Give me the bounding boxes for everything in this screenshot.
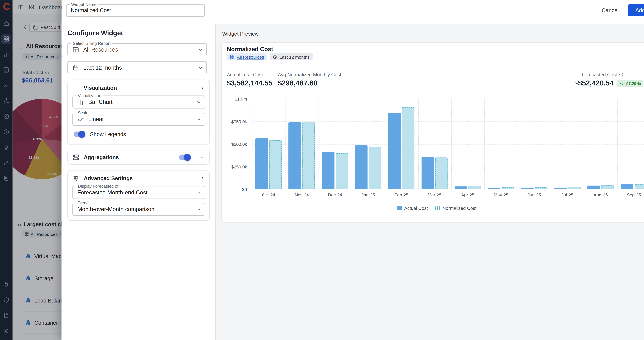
normalized-cost-bar[interactable] bbox=[535, 187, 548, 189]
forecast-label: Forecasted Cost bbox=[582, 72, 624, 77]
chevron-down-icon bbox=[198, 65, 204, 71]
actual-cost-bar[interactable] bbox=[256, 138, 268, 189]
grid-icon bbox=[230, 54, 235, 59]
preview-card: Normalized Cost All ResourcesLast 12 mon… bbox=[222, 42, 644, 222]
preview-chips: All ResourcesLast 12 months bbox=[227, 53, 312, 60]
actual-cost-bar[interactable] bbox=[588, 186, 600, 189]
chevron-right-icon bbox=[199, 175, 206, 181]
normalized-cost-bar[interactable] bbox=[369, 147, 382, 189]
x-tick-label: Jul-25 bbox=[551, 192, 584, 197]
info-icon[interactable] bbox=[619, 72, 624, 77]
x-tick-label: Mar-25 bbox=[418, 192, 451, 197]
y-tick-label: $750.0k bbox=[231, 119, 247, 124]
normalized-cost-bar[interactable] bbox=[468, 186, 481, 189]
normalized-cost-bar[interactable] bbox=[336, 153, 348, 189]
bar-group bbox=[451, 99, 484, 189]
add-button[interactable]: Add bbox=[628, 4, 644, 16]
stat-value: $298,487.60 bbox=[278, 79, 341, 88]
forecast-delta-value: -97.20 % bbox=[625, 81, 641, 86]
bar-chart-icon bbox=[78, 99, 84, 105]
actual-cost-bar[interactable] bbox=[621, 184, 633, 189]
legend-marker bbox=[397, 206, 402, 210]
configure-widget-title: Configure Widget bbox=[67, 29, 123, 37]
advanced-settings-header[interactable]: Advanced Settings bbox=[72, 174, 206, 182]
forecast-display-select[interactable]: Display Forecasted of Forecasted Month-e… bbox=[72, 186, 205, 199]
aggregations-section: Aggregations bbox=[67, 149, 210, 165]
visualization-section-header[interactable]: Visualization bbox=[72, 83, 206, 92]
normalized-cost-bar[interactable] bbox=[269, 140, 282, 189]
cancel-button[interactable]: Cancel bbox=[598, 5, 623, 16]
visualization-type-value: Bar Chart bbox=[88, 99, 112, 105]
visualization-type-label: Visualization bbox=[76, 93, 103, 98]
chevron-down-icon bbox=[198, 47, 204, 53]
bar-chart bbox=[252, 99, 644, 189]
x-tick-label: Oct-24 bbox=[252, 192, 285, 197]
actual-cost-bar[interactable] bbox=[322, 152, 334, 189]
normalized-cost-bar[interactable] bbox=[435, 158, 448, 189]
bar-group bbox=[385, 99, 418, 189]
stat-label: Actual Total Cost bbox=[227, 72, 272, 77]
preview-chip-daterange[interactable]: Last 12 months bbox=[270, 53, 312, 60]
normalized-cost-bar[interactable] bbox=[568, 187, 581, 189]
chevron-down-icon bbox=[196, 99, 202, 105]
scale-value: Linear bbox=[88, 116, 104, 122]
calendar-icon bbox=[72, 64, 79, 71]
show-legends-label: Show Legends bbox=[90, 131, 126, 137]
date-range-value: Last 12 months bbox=[83, 65, 122, 71]
aggregations-toggle[interactable] bbox=[179, 154, 190, 160]
screen: Dashboard Past 30 d All Resources All Re… bbox=[0, 0, 644, 340]
widget-name-field: Widget Name bbox=[66, 4, 205, 17]
bar-group bbox=[252, 99, 285, 189]
x-tick-label: Jan-25 bbox=[352, 192, 385, 197]
scale-select[interactable]: Scale Linear bbox=[72, 113, 205, 126]
normalized-cost-bar[interactable] bbox=[302, 122, 315, 189]
chart-legend: Actual CostNormalized Cost bbox=[222, 206, 644, 211]
actual-cost-bar[interactable] bbox=[422, 157, 434, 189]
stat-value: $3,582,144.55 bbox=[227, 79, 272, 88]
actual-cost-bar[interactable] bbox=[521, 188, 534, 189]
actual-cost-bar[interactable] bbox=[388, 113, 401, 189]
legend-label: Normalized Cost bbox=[442, 206, 476, 211]
x-tick-label: Dec-24 bbox=[318, 192, 352, 197]
x-tick-label: Apr-25 bbox=[451, 192, 484, 197]
x-tick-label: Feb-25 bbox=[385, 192, 418, 197]
bar-group bbox=[418, 99, 451, 189]
actual-cost-bar[interactable] bbox=[289, 122, 301, 189]
x-tick-label: May-25 bbox=[484, 192, 518, 197]
show-legends-toggle[interactable] bbox=[74, 132, 84, 137]
normalized-cost-bar[interactable] bbox=[502, 187, 514, 189]
preview-stats: Actual Total Cost$3,582,144.55Avg Normal… bbox=[227, 72, 341, 88]
normalized-cost-bar[interactable] bbox=[634, 184, 644, 189]
date-range-select[interactable]: Last 12 months bbox=[67, 61, 207, 74]
visualization-type-select[interactable]: Visualization Bar Chart bbox=[72, 96, 205, 109]
visualization-section: Visualization Visualization Bar Chart Sc… bbox=[67, 80, 210, 145]
aggregations-section-header[interactable]: Aggregations bbox=[72, 153, 206, 161]
legend-item-normalized[interactable]: Normalized Cost bbox=[435, 206, 476, 211]
aggregations-section-title: Aggregations bbox=[84, 154, 119, 160]
configure-panel: Configure Widget Select Billing Report A… bbox=[62, 21, 215, 340]
trend-select[interactable]: Trend Month-over-Month comparison bbox=[72, 203, 205, 216]
x-tick-label: Nov-24 bbox=[285, 192, 318, 197]
normalized-cost-bar[interactable] bbox=[601, 185, 614, 189]
actual-cost-bar[interactable] bbox=[554, 188, 567, 189]
billing-report-select[interactable]: Select Billing Report All Resources bbox=[67, 43, 207, 56]
forecast-block: Forecasted Cost ~$52,420.54 -97.20 % bbox=[574, 72, 643, 88]
y-tick-label: $1.0m bbox=[235, 96, 247, 101]
bar-group bbox=[617, 99, 644, 189]
legend-marker bbox=[435, 206, 440, 210]
normalized-cost-bar[interactable] bbox=[402, 107, 415, 189]
table-icon bbox=[72, 46, 79, 53]
actual-cost-bar[interactable] bbox=[488, 188, 500, 189]
bar-group bbox=[352, 99, 385, 189]
bar-chart-icon bbox=[72, 84, 80, 91]
preview-chip-scope[interactable]: All Resources bbox=[227, 53, 267, 60]
actual-cost-bar[interactable] bbox=[355, 145, 368, 189]
legend-item-actual[interactable]: Actual Cost bbox=[397, 206, 428, 211]
forecast-value: ~$52,420.54 bbox=[574, 79, 614, 88]
billing-report-label: Select Billing Report bbox=[71, 41, 112, 46]
chevron-down-icon bbox=[196, 190, 202, 196]
forecast-display-value: Forecasted Month-end Cost bbox=[78, 189, 148, 196]
actual-cost-bar[interactable] bbox=[455, 186, 467, 189]
modal-scrim[interactable] bbox=[0, 0, 62, 340]
stat-block: Avg Normalized Monthly Cost$298,487.60 bbox=[278, 72, 341, 88]
